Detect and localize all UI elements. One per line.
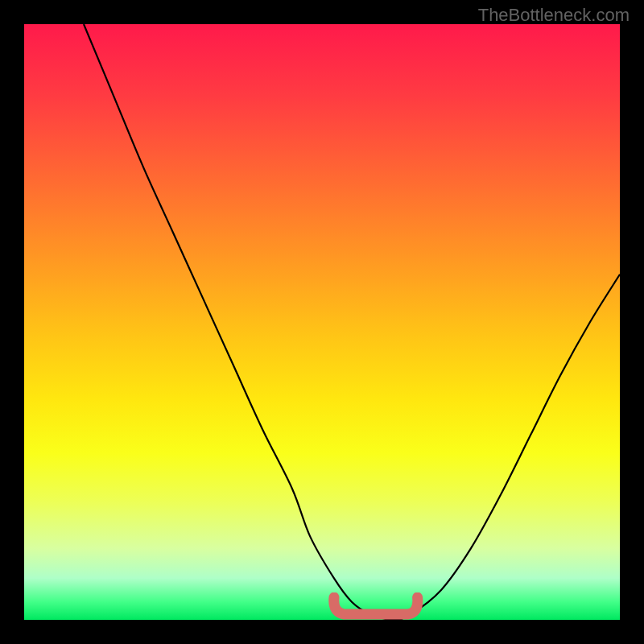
bottleneck-curve-path (84, 24, 620, 620)
chart-frame (24, 24, 620, 620)
optimal-range-path (334, 597, 418, 614)
bottleneck-curve-plot (24, 24, 620, 620)
watermark-text: TheBottleneck.com (478, 5, 630, 26)
optimal-range-marker (328, 592, 424, 620)
